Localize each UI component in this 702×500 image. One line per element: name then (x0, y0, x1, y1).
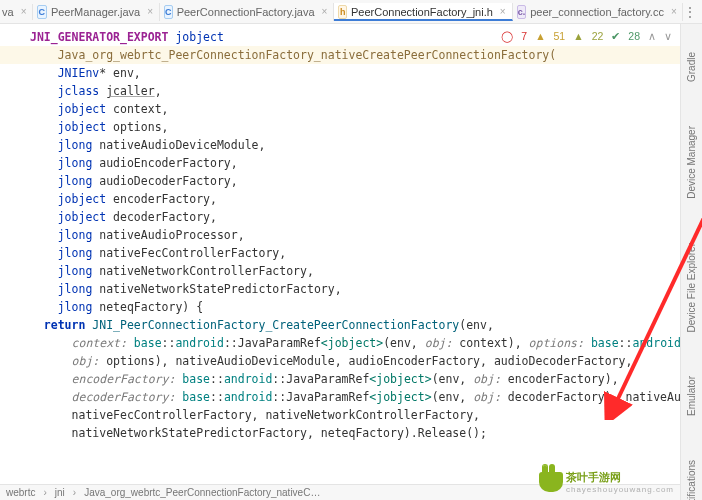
ok-count: 28 (628, 30, 640, 42)
code-lines: JNI_GENERATOR_EXPORT jobject Java_org_we… (30, 28, 680, 442)
tab-peermanager[interactable]: C PeerManager.java × (33, 3, 160, 21)
tea-cup-icon (539, 472, 563, 492)
code-line: jobject context, (30, 100, 680, 118)
breadcrumb-item[interactable]: Java_org_webrtc_PeerConnectionFactory_na… (84, 487, 320, 498)
tab-label: PeerConnectionFactory_jni.h (351, 6, 493, 18)
tab-fragment-label: va (2, 6, 14, 18)
tab-label: PeerConnectionFactory.java (177, 6, 315, 18)
java-file-icon: C (37, 5, 47, 19)
code-line: context: base::android::JavaParamRef<job… (30, 334, 680, 352)
tab-peerconnectionfactory-java[interactable]: C PeerConnectionFactory.java × (160, 3, 334, 21)
code-line: decoderFactory: base::android::JavaParam… (30, 388, 680, 406)
error-icon: ◯ (501, 30, 513, 42)
close-icon[interactable]: × (322, 6, 328, 17)
code-line-highlighted: Java_org_webrtc_PeerConnectionFactory_na… (0, 46, 680, 64)
code-line: jlong nativeFecControllerFactory, (30, 244, 680, 262)
weak-warning-icon: ▲ (573, 30, 583, 42)
tool-emulator[interactable]: Emulator (686, 372, 697, 420)
close-icon[interactable]: × (500, 6, 506, 17)
close-icon[interactable]: × (671, 6, 677, 17)
close-icon[interactable]: × (21, 6, 27, 17)
watermark-brand: 茶叶手游网 (566, 471, 621, 483)
inspections-widget[interactable]: ◯ 7 ▲ 51 ▲ 22 ✔ 28 ∧ ∨ (501, 30, 672, 42)
code-line: return JNI_PeerConnectionFactory_CreateP… (30, 316, 680, 334)
code-line: jlong nativeNetworkControllerFactory, (30, 262, 680, 280)
chevron-up-icon[interactable]: ∧ (648, 30, 656, 42)
tab-label: peer_connection_factory.cc (530, 6, 664, 18)
tab-label: PeerManager.java (51, 6, 140, 18)
code-line: jobject encoderFactory, (30, 190, 680, 208)
code-line: nativeFecControllerFactory, nativeNetwor… (30, 406, 680, 424)
error-count: 7 (521, 30, 527, 42)
watermark-logo: 茶叶手游网 chayeshouyouwang.com (539, 470, 674, 494)
tool-device-manager[interactable]: Device Manager (686, 122, 697, 203)
weak-warning-count: 22 (592, 30, 604, 42)
tab-peerconnectionfactory-jni-h[interactable]: h PeerConnectionFactory_jni.h × (334, 3, 512, 21)
code-line: jlong neteqFactory) { (30, 298, 680, 316)
tab-truncated-left[interactable]: va × (2, 4, 33, 20)
watermark-domain: chayeshouyouwang.com (566, 485, 674, 494)
code-editor[interactable]: JNI_GENERATOR_EXPORT jobject Java_org_we… (0, 24, 680, 484)
warning-icon: ▲ (535, 30, 545, 42)
chevron-down-icon[interactable]: ∨ (664, 30, 672, 42)
code-line: nativeNetworkStatePredictorFactory, nete… (30, 424, 680, 442)
tool-device-file-explorer[interactable]: Device File Explorer (686, 239, 697, 336)
breadcrumb-item[interactable]: jni (55, 487, 65, 498)
warning-count: 51 (554, 30, 566, 42)
tool-gradle[interactable]: Gradle (686, 48, 697, 86)
tabs-overflow: ⋮ (683, 4, 702, 20)
code-line: jobject decoderFactory, (30, 208, 680, 226)
editor-tabs-bar: va × C PeerManager.java × C PeerConnecti… (0, 0, 702, 24)
cpp-file-icon: c. (517, 5, 527, 19)
code-line: jclass jcaller, (30, 82, 680, 100)
close-icon[interactable]: × (147, 6, 153, 17)
header-file-icon: h (338, 5, 347, 19)
tab-peer-connection-factory-cc[interactable]: c. peer_connection_factory.cc × (513, 3, 683, 21)
code-line: jobject options, (30, 118, 680, 136)
check-icon: ✔ (611, 30, 620, 42)
code-line: jlong audioEncoderFactory, (30, 154, 680, 172)
code-line: JNIEnv* env, (30, 64, 680, 82)
tabs-container: va × C PeerManager.java × C PeerConnecti… (2, 3, 683, 21)
breadcrumb-item[interactable]: webrtc (6, 487, 35, 498)
right-tool-strip: Gradle Device Manager Device File Explor… (680, 24, 702, 500)
code-line: jlong nativeAudioDeviceModule, (30, 136, 680, 154)
kebab-icon[interactable]: ⋮ (683, 4, 698, 20)
code-line: jlong nativeNetworkStatePredictorFactory… (30, 280, 680, 298)
code-line: jlong nativeAudioProcessor, (30, 226, 680, 244)
tool-notifications[interactable]: Notifications (686, 456, 697, 500)
code-line: obj: options), nativeAudioDeviceModule, … (30, 352, 680, 370)
java-file-icon: C (164, 5, 173, 19)
code-line: encoderFactory: base::android::JavaParam… (30, 370, 680, 388)
code-line: jlong audioDecoderFactory, (30, 172, 680, 190)
